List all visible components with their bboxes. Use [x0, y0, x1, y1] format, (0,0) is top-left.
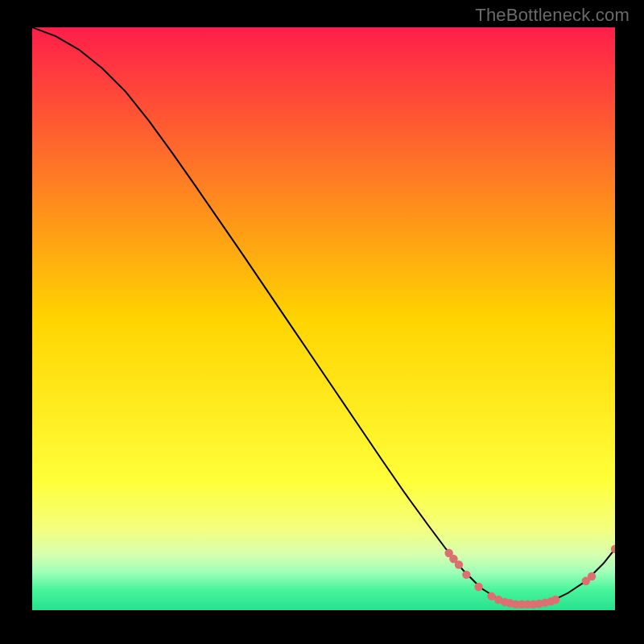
- watermark-text: TheBottleneck.com: [475, 5, 630, 26]
- chart-container: TheBottleneck.com: [0, 0, 644, 644]
- data-marker: [474, 583, 482, 591]
- data-marker: [455, 560, 463, 568]
- data-marker: [551, 596, 559, 604]
- plot-area: [32, 27, 615, 610]
- data-marker: [588, 572, 596, 580]
- data-marker: [462, 571, 470, 579]
- gradient-background: [32, 27, 615, 610]
- chart-svg: [32, 27, 615, 610]
